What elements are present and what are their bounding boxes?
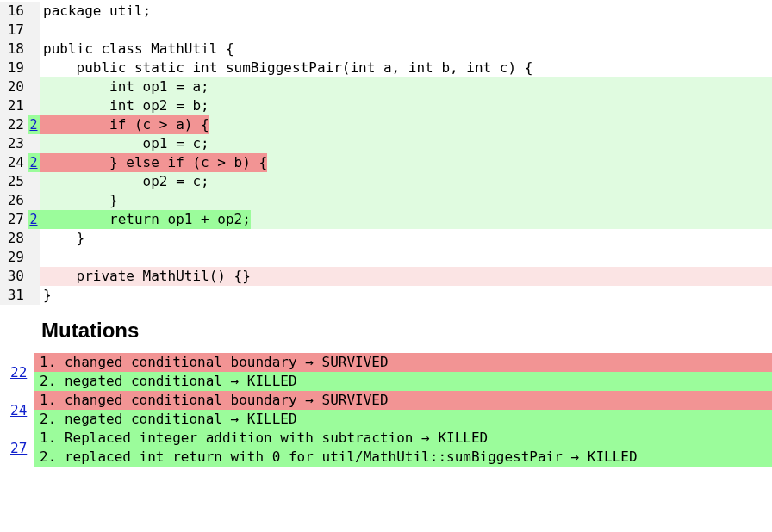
mutation-group: 271. Replaced integer addition with subt…	[0, 429, 772, 467]
code-line-fill	[209, 172, 772, 191]
code-line-fill	[84, 229, 772, 248]
mutation-line-ref[interactable]: 22	[0, 353, 34, 391]
code-line: 242 } else if (c > b) {	[0, 153, 772, 172]
code-line-fill	[43, 21, 772, 40]
code-text: int op2 = b;	[40, 96, 209, 115]
code-line-fill	[209, 134, 772, 153]
code-line: 25 op2 = c;	[0, 172, 772, 191]
code-text: op2 = c;	[40, 172, 209, 191]
code-line: 20 int op1 = a;	[0, 77, 772, 96]
mutation-item: 2. replaced int return with 0 for util/M…	[34, 448, 772, 467]
line-number: 28	[0, 229, 28, 248]
code-line: 17	[0, 21, 772, 40]
code-text: }	[40, 229, 84, 248]
line-number: 25	[0, 172, 28, 191]
code-line: 28 }	[0, 229, 772, 248]
mutation-count-badge	[28, 59, 40, 77]
code-line: 19 public static int sumBiggestPair(int …	[0, 59, 772, 77]
code-text: }	[40, 191, 118, 210]
code-text: return op1 + op2;	[40, 210, 251, 229]
mutation-line-link[interactable]: 24	[10, 402, 27, 418]
mutation-item-list: 1. Replaced integer addition with subtra…	[34, 429, 772, 467]
code-text: } else if (c > b) {	[40, 153, 267, 172]
mutation-item: 2. negated conditional → KILLED	[34, 410, 772, 429]
line-number: 30	[0, 267, 28, 286]
mutation-count-link[interactable]: 2	[29, 212, 37, 227]
mutation-item: 1. changed conditional boundary → SURVIV…	[34, 391, 772, 410]
code-line-fill	[251, 267, 772, 286]
code-line: 29	[0, 248, 772, 267]
code-line: 31}	[0, 286, 772, 305]
mutation-line-ref[interactable]: 27	[0, 429, 34, 467]
line-number: 29	[0, 248, 28, 267]
line-number: 26	[0, 191, 28, 210]
mutation-count-badge	[28, 77, 40, 96]
mutation-count-badge[interactable]: 2	[28, 115, 40, 134]
code-line: 23 op1 = c;	[0, 134, 772, 153]
code-line-fill	[209, 115, 772, 134]
line-number: 18	[0, 40, 28, 59]
mutation-line-link[interactable]: 22	[10, 364, 27, 380]
code-line-fill	[118, 191, 772, 210]
line-number: 23	[0, 134, 28, 153]
line-number: 22	[0, 115, 28, 134]
mutation-count-badge	[28, 96, 40, 115]
line-number: 19	[0, 59, 28, 77]
code-line: 26 }	[0, 191, 772, 210]
code-text: public static int sumBiggestPair(int a, …	[40, 59, 532, 77]
code-line-fill	[234, 40, 772, 59]
mutation-count-badge	[28, 134, 40, 153]
mutation-count-badge	[28, 21, 40, 40]
code-text: op1 = c;	[40, 134, 209, 153]
code-text: public class MathUtil {	[40, 40, 234, 59]
mutation-count-badge	[28, 229, 40, 248]
code-listing: 16package util;1718public class MathUtil…	[0, 0, 772, 305]
code-line-fill	[43, 248, 772, 267]
mutation-count-badge	[28, 248, 40, 267]
mutation-count-badge	[28, 40, 40, 59]
code-text: int op1 = a;	[40, 77, 209, 96]
mutation-item: 2. negated conditional → KILLED	[34, 372, 772, 391]
code-line-fill	[532, 59, 772, 77]
code-line-fill	[209, 77, 772, 96]
code-text: if (c > a) {	[40, 115, 209, 134]
code-line: 18public class MathUtil {	[0, 40, 772, 59]
mutation-line-link[interactable]: 27	[10, 440, 27, 456]
mutation-item-list: 1. changed conditional boundary → SURVIV…	[34, 391, 772, 429]
code-line-fill	[251, 210, 772, 229]
mutation-count-badge[interactable]: 2	[28, 153, 40, 172]
code-line-fill	[52, 286, 772, 305]
mutations-list: 221. changed conditional boundary → SURV…	[0, 353, 772, 473]
mutation-count-badge	[28, 286, 40, 305]
code-text: }	[40, 286, 52, 305]
mutation-group: 241. changed conditional boundary → SURV…	[0, 391, 772, 429]
code-line: 30 private MathUtil() {}	[0, 267, 772, 286]
mutation-count-badge	[28, 172, 40, 191]
line-number: 24	[0, 153, 28, 172]
mutation-group: 221. changed conditional boundary → SURV…	[0, 353, 772, 391]
mutation-count-link[interactable]: 2	[29, 155, 37, 170]
mutation-count-link[interactable]: 2	[29, 117, 37, 133]
line-number: 31	[0, 286, 28, 305]
report-viewport: 16package util;1718public class MathUtil…	[0, 0, 772, 532]
mutation-count-badge	[28, 191, 40, 210]
mutation-item: 1. changed conditional boundary → SURVIV…	[34, 353, 772, 372]
mutation-count-badge[interactable]: 2	[28, 210, 40, 229]
line-number: 20	[0, 77, 28, 96]
line-number: 27	[0, 210, 28, 229]
line-number: 21	[0, 96, 28, 115]
line-number: 17	[0, 21, 28, 40]
mutation-line-ref[interactable]: 24	[0, 391, 34, 429]
code-line-fill	[209, 96, 772, 115]
code-line-fill	[267, 153, 772, 172]
code-line: 16package util;	[0, 2, 772, 21]
code-line: 272 return op1 + op2;	[0, 210, 772, 229]
line-number: 16	[0, 2, 28, 21]
code-text: private MathUtil() {}	[40, 267, 251, 286]
mutation-item-list: 1. changed conditional boundary → SURVIV…	[34, 353, 772, 391]
mutation-count-badge	[28, 2, 40, 21]
mutation-count-badge	[28, 267, 40, 286]
code-text: package util;	[40, 2, 151, 21]
mutations-header: Mutations	[41, 319, 772, 343]
code-line: 222 if (c > a) {	[0, 115, 772, 134]
